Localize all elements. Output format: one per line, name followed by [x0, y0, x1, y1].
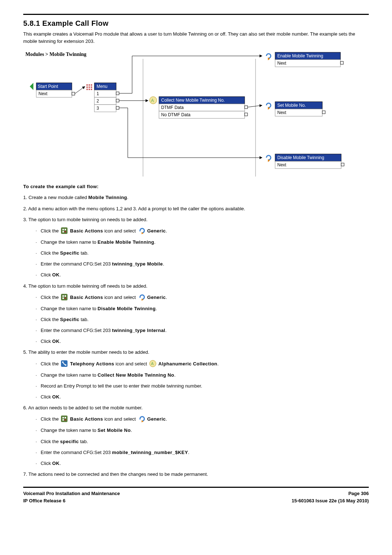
svg-line-56 — [75, 86, 85, 94]
step-2: 2. Add a menu action with the menu optio… — [23, 205, 369, 212]
svg-rect-74 — [62, 297, 64, 299]
svg-rect-83 — [62, 417, 64, 418]
svg-rect-24 — [116, 99, 119, 102]
keypad-icon — [86, 84, 92, 90]
basic-actions-icon — [61, 227, 68, 236]
svg-rect-7 — [72, 92, 75, 95]
lead-text: To create the example call flow: — [23, 183, 369, 190]
svg-rect-13 — [91, 86, 92, 88]
svg-rect-69 — [65, 231, 66, 232]
callflow-diagram: Modules > Mobile Twinning Start Point Ne… — [23, 49, 369, 177]
svg-rect-43 — [340, 61, 343, 64]
generic-icon — [138, 415, 145, 425]
arrows-cycle-icon — [266, 155, 271, 162]
breadcrumb: Modules > Mobile Twinning — [25, 52, 86, 57]
svg-rect-8 — [86, 84, 88, 86]
svg-text:3: 3 — [97, 106, 99, 111]
footer-right-1: Page 306 — [292, 490, 369, 497]
page-heading: 5.8.1 Example Call Flow — [23, 18, 369, 29]
svg-rect-75 — [65, 297, 66, 299]
step-3: 3. The option to turn mobile twinning on… — [23, 216, 369, 279]
svg-rect-86 — [65, 419, 66, 421]
svg-text:A: A — [151, 98, 154, 103]
telephony-actions-icon — [61, 360, 68, 369]
intro-text: This example creates a Voicemail Pro mod… — [23, 31, 369, 45]
svg-rect-21 — [116, 92, 119, 95]
svg-rect-10 — [91, 84, 92, 86]
svg-rect-72 — [62, 295, 64, 297]
arrows-cycle-icon — [266, 54, 271, 60]
svg-text:Set Mobile No.: Set Mobile No. — [277, 103, 306, 108]
svg-rect-67 — [65, 229, 66, 230]
svg-rect-49 — [322, 111, 325, 114]
svg-rect-65 — [61, 227, 68, 234]
step-4: 4. The option to turn mobile twinning of… — [23, 283, 369, 345]
svg-point-78 — [62, 361, 64, 363]
generic-icon — [138, 293, 145, 303]
svg-rect-68 — [62, 231, 64, 232]
svg-text:DTMF Data: DTMF Data — [161, 105, 184, 110]
node-disable: Disable Mobile Twinning Next — [266, 154, 344, 169]
svg-rect-84 — [65, 417, 66, 418]
svg-text:Next: Next — [277, 61, 286, 66]
svg-line-64 — [248, 105, 262, 107]
page-footer: Voicemail Pro Installation and Maintenan… — [23, 490, 369, 505]
step-6: 6. An action needs to be added to set th… — [23, 404, 369, 467]
node-menu: Menu 1 2 3 — [86, 83, 119, 112]
svg-rect-37 — [245, 113, 248, 116]
basic-actions-icon — [61, 415, 68, 425]
svg-text:Collect New Mobile Twinning No: Collect New Mobile Twinning No. — [161, 98, 225, 103]
svg-rect-16 — [91, 89, 92, 90]
node-enable: Enable Mobile Twinning Next — [266, 52, 343, 67]
step-5: 5. The ability to enter the mobile numbe… — [23, 349, 369, 401]
svg-rect-66 — [62, 229, 64, 230]
footer-right-2: 15-601063 Issue 22e (16 May 2010) — [292, 497, 369, 505]
footer-rule — [23, 487, 369, 488]
node-set-mobile: Set Mobile No. Next — [266, 102, 325, 116]
basic-actions-icon — [61, 293, 68, 303]
arrows-cycle-icon — [266, 103, 271, 110]
svg-text:Start Point: Start Point — [38, 84, 58, 89]
step-1: 1. Create a new module called Mobile Twi… — [23, 194, 369, 201]
svg-text:1: 1 — [97, 91, 99, 96]
footer-left-2: IP Office Release 6 — [23, 497, 120, 505]
svg-rect-15 — [89, 89, 90, 90]
svg-rect-11 — [86, 86, 88, 88]
svg-text:Menu: Menu — [97, 84, 107, 89]
footer-left-1: Voicemail Pro Installation and Maintenan… — [23, 490, 120, 497]
svg-text:Next: Next — [277, 162, 286, 167]
svg-rect-55 — [341, 163, 344, 166]
svg-rect-27 — [116, 106, 119, 109]
alphanumeric-icon: A — [149, 360, 156, 369]
svg-text:No DTMF Data: No DTMF Data — [161, 112, 191, 117]
node-collect: A Collect New Mobile Twinning No. DTMF D… — [150, 97, 248, 118]
svg-rect-77 — [61, 360, 68, 367]
node-start-point: Start Point Next — [30, 83, 75, 97]
svg-rect-12 — [89, 86, 90, 88]
svg-rect-73 — [65, 295, 66, 297]
svg-rect-85 — [62, 419, 64, 421]
top-rule — [23, 14, 369, 15]
svg-text:2: 2 — [97, 98, 99, 104]
steps-list: 1. Create a new module called Mobile Twi… — [23, 194, 369, 478]
svg-point-79 — [65, 364, 66, 366]
svg-rect-82 — [61, 416, 68, 422]
svg-marker-2 — [30, 83, 33, 90]
svg-text:Disable Mobile Twinning: Disable Mobile Twinning — [277, 155, 324, 160]
svg-text:Next: Next — [277, 110, 286, 115]
svg-rect-71 — [61, 294, 68, 300]
svg-text:Next: Next — [38, 91, 48, 96]
svg-rect-34 — [245, 106, 248, 109]
svg-rect-14 — [86, 89, 88, 90]
svg-text:A: A — [151, 361, 154, 366]
svg-rect-9 — [89, 84, 90, 86]
step-7: 7. The actions need to be connected and … — [23, 471, 369, 478]
svg-text:Enable Mobile Twinning: Enable Mobile Twinning — [277, 53, 323, 58]
generic-icon — [138, 227, 145, 236]
